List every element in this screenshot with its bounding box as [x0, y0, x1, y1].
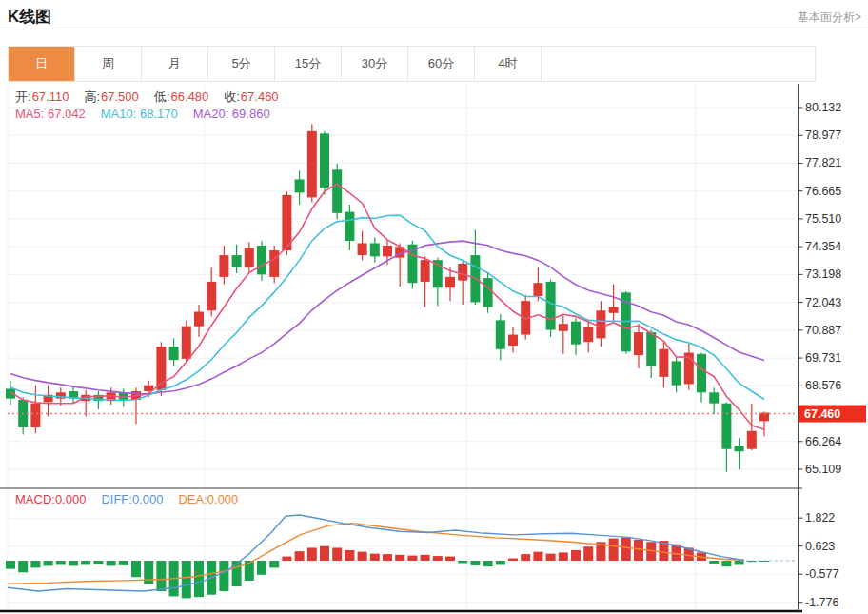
macd-bar — [320, 546, 329, 561]
price-axis-label: 76.665 — [805, 185, 841, 198]
candle-body — [646, 332, 656, 366]
candle-body — [257, 246, 266, 274]
candle-body — [483, 278, 493, 307]
macd-bar — [546, 554, 556, 561]
macd-bar — [30, 561, 40, 567]
candle-body — [421, 260, 430, 282]
candle-body — [747, 431, 757, 449]
candle-body — [596, 310, 605, 338]
candle-body — [207, 282, 216, 310]
macd-bar — [81, 561, 90, 564]
macd-bar — [458, 561, 467, 563]
macd-bar — [709, 561, 719, 564]
macd-bar — [634, 540, 643, 561]
candle-body — [295, 179, 305, 192]
current-price-tag-label: 67.460 — [804, 407, 840, 421]
macd-bar — [219, 561, 228, 591]
macd-bar — [345, 550, 354, 561]
candle-body — [533, 283, 542, 296]
candle-body — [182, 327, 191, 359]
kline-chart[interactable]: 80.13278.97777.82176.66575.51074.35473.1… — [0, 0, 868, 614]
macd-bar — [407, 556, 417, 561]
candle-body — [559, 324, 568, 331]
macd-bar — [282, 557, 291, 561]
macd-bar — [69, 561, 78, 565]
candle-body — [496, 320, 505, 348]
macd-bar — [508, 559, 518, 561]
macd-bar — [56, 561, 66, 564]
macd-bar — [721, 561, 731, 566]
candle-body — [358, 243, 367, 255]
macd-bar — [609, 539, 619, 561]
candle-body — [332, 169, 342, 213]
price-axis-label: 75.510 — [805, 212, 841, 226]
candle-body — [458, 264, 467, 281]
candle-body — [269, 250, 279, 277]
macd-axis-label: -1.776 — [805, 596, 838, 609]
candle-body — [571, 322, 581, 345]
kline-widget: K线图 基本面分析> 日周月5分15分30分60分4时 80.13278.977… — [0, 0, 868, 614]
macd-bar — [307, 547, 317, 561]
macd-bar — [232, 561, 242, 586]
macd-bar — [433, 556, 443, 561]
macd-bar — [144, 561, 153, 584]
candle-body — [169, 347, 179, 360]
candle-body — [709, 392, 719, 403]
candle-body — [232, 255, 242, 267]
price-axis-label: 72.043 — [805, 296, 841, 309]
macd-bar — [295, 551, 305, 561]
macd-axis-label: 0.623 — [805, 540, 835, 553]
macd-bar — [131, 561, 141, 577]
candle-body — [307, 131, 317, 198]
candle-body — [508, 335, 518, 346]
candle-body — [721, 404, 731, 449]
macd-bar — [383, 554, 392, 561]
price-axis-label: 73.198 — [805, 267, 841, 281]
price-axis-label: 65.109 — [805, 463, 841, 476]
candle-body — [735, 446, 744, 451]
candle-body — [697, 354, 706, 392]
macd-bar — [370, 554, 380, 561]
macd-bar — [194, 561, 204, 597]
macd-bar — [6, 561, 15, 569]
candle-body — [546, 282, 556, 330]
macd-bar — [358, 552, 367, 561]
macd-bar — [483, 561, 493, 566]
macd-bar — [107, 561, 116, 565]
price-axis-label: 80.132 — [805, 101, 841, 114]
macd-axis-label: -0.577 — [805, 567, 838, 581]
macd-bar — [182, 561, 191, 598]
price-axis-label: 78.977 — [805, 129, 841, 142]
macd-bar — [257, 561, 266, 575]
macd-bar — [93, 561, 103, 564]
macd-bar — [496, 561, 505, 564]
candle-body — [583, 327, 593, 342]
candle-body — [320, 133, 329, 188]
candle-body — [383, 246, 392, 256]
macd-bar — [735, 561, 744, 564]
candle-body — [219, 255, 228, 277]
macd-bar — [533, 552, 542, 561]
candle-body — [345, 212, 354, 241]
candle-body — [245, 248, 254, 267]
candle-body — [370, 243, 380, 256]
candle-body — [30, 404, 40, 427]
price-axis-label: 69.731 — [805, 351, 841, 365]
macd-bar — [269, 561, 279, 567]
macd-bar — [470, 561, 480, 565]
macd-bar — [44, 561, 53, 565]
macd-bar — [559, 552, 568, 561]
price-axis-label: 77.821 — [805, 156, 841, 169]
macd-bar — [445, 557, 455, 561]
macd-bar — [395, 555, 404, 561]
macd-bar — [621, 537, 631, 561]
candle-body — [194, 312, 204, 327]
macd-bar — [18, 561, 28, 572]
macd-axis-label: 1.822 — [805, 511, 835, 525]
candle-body — [672, 361, 681, 385]
candle-body — [609, 307, 619, 312]
candle-body — [659, 349, 668, 377]
candle-body — [445, 277, 455, 287]
macd-bar — [521, 554, 530, 561]
macd-bar — [571, 550, 581, 561]
